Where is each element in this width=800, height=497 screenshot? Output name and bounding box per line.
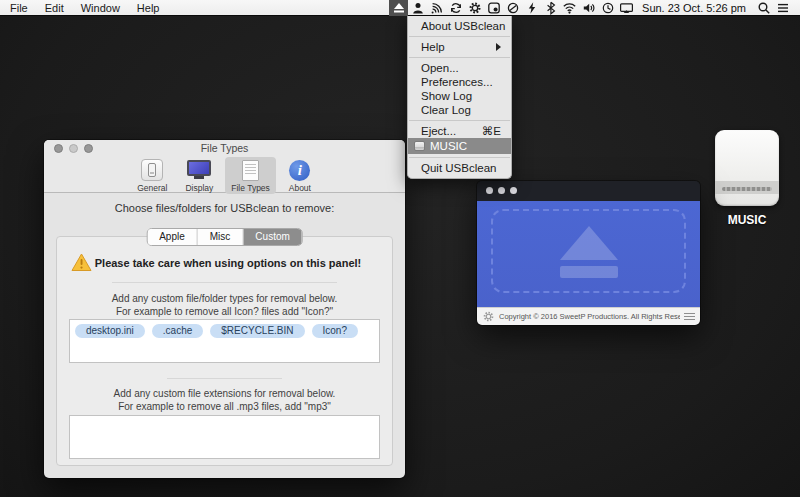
toolbar-button-file-types[interactable]: File Types [225, 157, 276, 194]
time-machine-icon[interactable] [598, 0, 617, 16]
wifi-icon[interactable] [560, 0, 579, 16]
menu-item-label: Clear Log [421, 103, 471, 117]
warning-icon [71, 253, 92, 272]
minimize-button[interactable] [69, 144, 78, 153]
menu-bar-clock[interactable]: Sun. 23 Oct. 5:26 pm [636, 2, 754, 14]
toolbar-label: General [137, 183, 167, 193]
power-bolt-icon[interactable] [522, 0, 541, 16]
info-icon: i [289, 160, 310, 181]
eject-menu-extra-icon[interactable] [389, 0, 408, 16]
menu-item-label: Preferences... [421, 75, 493, 89]
menu-item-label: Show Log [421, 89, 472, 103]
menu-bar-status-area: Sun. 23 Oct. 5:26 pm [389, 0, 800, 16]
desktop-music-drive[interactable]: MUSIC [706, 130, 788, 227]
menu-item-label: Open... [421, 61, 459, 75]
sync-icon[interactable] [446, 0, 465, 16]
window-title: File Types [44, 140, 405, 156]
toolbar-label: Display [185, 183, 213, 193]
main-window-title-bar[interactable] [477, 181, 700, 201]
do-not-disturb-icon[interactable] [503, 0, 522, 16]
display-monitor-icon [187, 160, 211, 180]
close-button[interactable] [54, 144, 63, 153]
separator [167, 378, 282, 379]
spotlight-search-icon[interactable] [754, 0, 773, 16]
volume-icon[interactable] [579, 0, 598, 16]
zoom-button[interactable] [84, 144, 93, 153]
tab-apple[interactable]: Apple [147, 229, 198, 245]
airplay-display-icon[interactable] [617, 0, 636, 16]
menu-item-eject[interactable]: Eject... ⌘E [408, 124, 511, 138]
eject-symbol-icon [558, 226, 620, 278]
menu-bar: File Edit Window Help [0, 0, 800, 16]
menu-file[interactable]: File [10, 2, 28, 14]
screen-capture-icon[interactable] [484, 0, 503, 16]
menu-item-clear-log[interactable]: Clear Log [408, 103, 511, 117]
token-cache[interactable]: .cache [152, 324, 203, 338]
menu-list-icon[interactable] [684, 313, 695, 320]
copyright-text: Copyright © 2016 SweetP Productions. All… [499, 312, 680, 321]
custom-types-token-field[interactable]: desktop.ini .cache $RECYCLE.BIN Icon? [69, 319, 380, 363]
menu-item-label: MUSIC [430, 138, 467, 154]
settings-gear-icon[interactable] [482, 310, 495, 323]
tab-custom[interactable]: Custom [243, 229, 301, 245]
menu-separator [409, 36, 510, 37]
token-desktop-ini[interactable]: desktop.ini [75, 324, 145, 338]
preferences-toolbar: General Display File Types i About [44, 155, 405, 193]
menu-item-show-log[interactable]: Show Log [408, 89, 511, 103]
usbclean-status-menu: About USBclean Help Open... Preferences.… [407, 16, 512, 179]
toolbar-button-general[interactable]: General [131, 157, 173, 194]
exts-instruction-line1: Add any custom file extensions for remov… [57, 387, 392, 400]
traffic-lights [486, 187, 517, 194]
title-bar[interactable]: File Types [44, 140, 405, 155]
menu-help[interactable]: Help [137, 2, 160, 14]
bluetooth-icon[interactable] [541, 0, 560, 16]
menu-item-music-volume[interactable]: MUSIC [408, 138, 511, 154]
eject-shortcut: ⌘E [482, 124, 501, 138]
drive-label: MUSIC [706, 213, 788, 227]
token-recycle-bin[interactable]: $RECYCLE.BIN [210, 324, 304, 338]
menu-item-preferences[interactable]: Preferences... [408, 75, 511, 89]
drive-icon [414, 141, 425, 151]
usbclean-main-window: Copyright © 2016 SweetP Productions. All… [477, 181, 700, 325]
separator [112, 282, 337, 283]
menu-window[interactable]: Window [81, 2, 120, 14]
menu-item-about-usbclean[interactable]: About USBclean [408, 19, 511, 33]
custom-panel-box: Apple Misc Custom Please take care when … [56, 236, 393, 466]
gear-icon[interactable] [465, 0, 484, 16]
drop-area[interactable] [477, 201, 700, 307]
exts-instruction-line2: For example to remove all .mp3 files, ad… [57, 400, 392, 413]
toolbar-button-display[interactable]: Display [179, 157, 219, 194]
toolbar-label: About [289, 183, 311, 193]
warning-row: Please take care when using options on t… [71, 253, 378, 272]
zoom-button[interactable] [510, 187, 517, 194]
custom-extensions-field[interactable] [69, 415, 380, 459]
menu-separator [409, 120, 510, 121]
close-button[interactable] [486, 187, 493, 194]
menu-item-label: Help [421, 40, 445, 54]
menu-bar-menus: File Edit Window Help [0, 2, 159, 14]
token-icon[interactable]: Icon? [312, 324, 358, 338]
signal-icon[interactable] [427, 0, 446, 16]
submenu-arrow-icon [496, 43, 501, 51]
menu-item-help[interactable]: Help [408, 40, 511, 54]
menu-separator [409, 57, 510, 58]
notification-center-icon[interactable] [773, 0, 792, 16]
tab-misc[interactable]: Misc [198, 229, 244, 245]
external-drive-icon [715, 130, 779, 206]
menu-item-open[interactable]: Open... [408, 61, 511, 75]
menu-item-quit-usbclean[interactable]: Quit USBclean [408, 161, 511, 175]
minimize-button[interactable] [498, 187, 505, 194]
menu-separator [409, 157, 510, 158]
menu-edit[interactable]: Edit [45, 2, 64, 14]
user-switching-icon[interactable] [408, 0, 427, 16]
traffic-lights [54, 144, 93, 153]
warning-text: Please take care when using options on t… [92, 257, 378, 269]
general-drive-icon [141, 159, 163, 181]
toolbar-button-about[interactable]: i About [282, 157, 318, 194]
intro-text: Choose files/folders for USBclean to rem… [44, 202, 405, 214]
file-types-window: File Types General Display File Types i … [44, 140, 405, 478]
types-instruction-line2: For example to remove all Icon? files ad… [57, 305, 392, 318]
menu-item-label: Eject... [421, 124, 456, 138]
menu-item-label: About USBclean [421, 19, 505, 33]
toolbar-label: File Types [231, 183, 270, 193]
